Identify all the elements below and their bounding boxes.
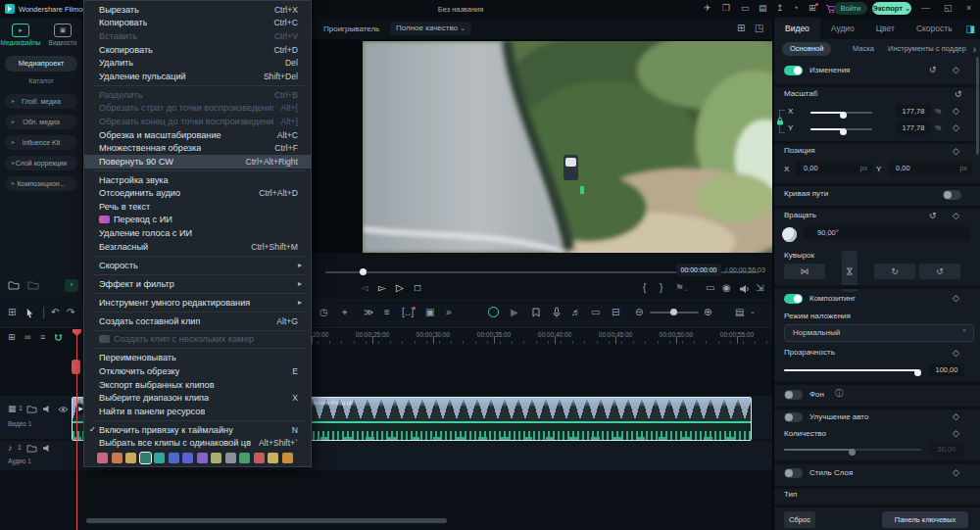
redo-icon[interactable]: ↷ — [67, 308, 74, 317]
menu-item[interactable]: Инструмент умного редактирования ▸ — [84, 296, 311, 310]
scale-x-value[interactable]: 177,78 — [896, 105, 931, 118]
menu-item[interactable]: Повернуть 90 CW Ctrl+Alt+Right — [84, 155, 311, 169]
menu-item[interactable]: Эффект и фильтр ▸ — [84, 277, 311, 291]
playhead-marker-badge[interactable] — [72, 360, 80, 374]
timeline-horizontal-scrollbar[interactable] — [86, 518, 447, 523]
track-visibility-eye-icon[interactable] — [58, 406, 69, 413]
menu-item[interactable]: Найти в панели ресурсов — [84, 405, 311, 418]
layer-style-toggle[interactable] — [784, 468, 803, 478]
color-swatch[interactable] — [197, 453, 208, 463]
color-swatch[interactable] — [97, 453, 108, 463]
auto-enhance-keyframe-icon[interactable]: ◇ — [953, 411, 959, 421]
menu-item[interactable]: Обрезка и масштабирование Alt+C — [84, 128, 311, 142]
upload-icon[interactable]: ↥ — [776, 4, 784, 13]
menu-item[interactable]: Удаление пульсаций Shift+Del — [84, 70, 311, 83]
menu-item[interactable] — [94, 312, 305, 313]
add-media-icon[interactable]: ⊞ — [8, 332, 16, 342]
menu-item[interactable]: Отключить обрезку E — [84, 364, 311, 378]
menu-item[interactable]: Экспорт выбранных клипов — [84, 378, 311, 392]
timeline-zoom-knob[interactable] — [670, 309, 677, 315]
subtab-basic[interactable]: Основной — [782, 42, 831, 56]
background-toggle[interactable] — [784, 390, 803, 400]
device-switch-icon[interactable]: ❐ — [722, 4, 730, 13]
seek-knob[interactable] — [360, 268, 367, 275]
amount-knob[interactable] — [849, 449, 856, 456]
laptop-icon[interactable]: ▭ — [741, 4, 750, 13]
minimize-button[interactable]: — — [921, 4, 930, 13]
scale-x-knob[interactable] — [840, 112, 847, 119]
adjust-icon[interactable]: ≡ — [384, 308, 390, 317]
menu-item[interactable]: Отсоединить аудио Ctrl+Alt+D — [84, 186, 311, 200]
color-swatch[interactable] — [125, 453, 136, 463]
compositing-keyframe-icon[interactable]: ◇ — [953, 293, 959, 303]
mark-in-icon[interactable]: { — [643, 283, 646, 293]
blend-mode-dropdown[interactable]: Нормальный ⌄ — [784, 324, 974, 342]
scale-x-keyframe-icon[interactable]: ◇ — [953, 106, 959, 116]
export-frame-icon[interactable]: ⊟ — [612, 308, 619, 317]
tab-audio[interactable]: Аудио — [820, 18, 865, 39]
amount-value[interactable]: 50,00 — [929, 443, 964, 456]
color-swatch[interactable] — [140, 453, 151, 463]
sidebar-item[interactable]: Композицион... — [5, 176, 77, 191]
menu-item[interactable] — [94, 293, 305, 294]
folder-icon[interactable] — [26, 405, 37, 413]
opacity-keyframe-icon[interactable]: ◇ — [953, 348, 959, 358]
color-swatch[interactable] — [239, 453, 250, 463]
menu-item[interactable]: ✓ Включить привязку к таймлайну N — [84, 423, 311, 437]
inspector-scrollbar[interactable] — [976, 57, 979, 155]
color-swatch[interactable] — [154, 453, 165, 463]
rotate-keyframe-icon[interactable]: ◇ — [953, 211, 959, 220]
next-frame-icon[interactable]: ▻ — [378, 283, 386, 293]
menu-item[interactable] — [94, 420, 305, 421]
folder-icon[interactable] — [27, 280, 39, 290]
stop-button[interactable]: □ — [415, 283, 420, 293]
snapshot-camera-icon[interactable]: ◉ — [722, 283, 731, 293]
zoom-in-icon[interactable]: ⊕ — [704, 308, 711, 317]
menu-item[interactable]: Выберите диапазон клипа X — [84, 391, 311, 405]
color-swatch[interactable] — [169, 453, 179, 463]
sidebar-item-media-project[interactable]: Медиапроект — [5, 56, 77, 72]
menu-item[interactable] — [94, 256, 305, 257]
menu-item[interactable] — [94, 170, 305, 171]
menu-item[interactable]: Вставить Ctrl+V — [84, 29, 311, 43]
path-curve-toggle[interactable] — [943, 190, 961, 200]
menu-item[interactable] — [94, 330, 305, 331]
layers-icon[interactable]: ≡ — [40, 332, 45, 342]
folder-icon[interactable] — [26, 444, 37, 453]
rotate-value-input[interactable]: 90,00° — [804, 226, 970, 240]
voiceover-mic-icon[interactable] — [552, 307, 562, 318]
color-swatch[interactable] — [268, 453, 278, 463]
help-center-icon[interactable]: ◔ — [793, 4, 798, 13]
menu-item[interactable]: Обрезать конец до точки воспроизведения … — [84, 115, 311, 128]
reset-icon[interactable]: ↺ — [929, 65, 937, 74]
compositing-toggle[interactable] — [784, 294, 803, 304]
clip-range-icon[interactable]: [‥] — [402, 308, 414, 317]
menu-item[interactable]: Обрезать страт до точки воспроизведения … — [84, 102, 311, 116]
snap-magnet-icon[interactable] — [54, 333, 63, 342]
rotate-dial[interactable] — [782, 227, 797, 242]
flip-horizontal-button[interactable]: ⋈ — [784, 264, 825, 279]
sidebar-item[interactable]: Influence Kit — [5, 135, 77, 150]
export-button[interactable]: Экспорт ⌄ — [872, 2, 911, 15]
color-swatch[interactable] — [211, 453, 221, 463]
keyframe-icon[interactable]: ◇ — [953, 65, 959, 74]
menu-item[interactable]: Скопировать Ctrl+D — [84, 43, 311, 57]
rotate-ccw-button[interactable]: ↺ — [919, 264, 960, 279]
scale-y-keyframe-icon[interactable]: ◇ — [953, 122, 959, 132]
layer-style-keyframe-icon[interactable]: ◇ — [953, 467, 959, 477]
menu-item[interactable]: Удаление голоса с ИИ — [84, 226, 311, 240]
menu-item[interactable]: Переименовывать — [84, 352, 311, 365]
speed-ramp-icon[interactable]: ◷ — [319, 308, 328, 317]
menu-item[interactable] — [94, 85, 305, 86]
rotate-cw-button[interactable]: ↻ — [874, 264, 915, 279]
scale-lock-icon[interactable] — [776, 117, 784, 125]
sidebar-item[interactable]: Глоб. медиа — [5, 94, 77, 109]
preview-render-icon[interactable]: ▶ — [511, 308, 518, 317]
quality-dropdown[interactable]: Полное качество ⌄ — [390, 22, 471, 35]
color-swatch[interactable] — [112, 453, 122, 463]
select-cursor-icon[interactable] — [25, 308, 34, 318]
share-icon[interactable]: ✈ — [704, 4, 711, 13]
position-y-input[interactable]: 0,00px — [888, 162, 972, 175]
subtab-ai-tools[interactable]: Инструменты с поддержко — [880, 42, 966, 56]
color-swatch[interactable] — [182, 453, 193, 463]
